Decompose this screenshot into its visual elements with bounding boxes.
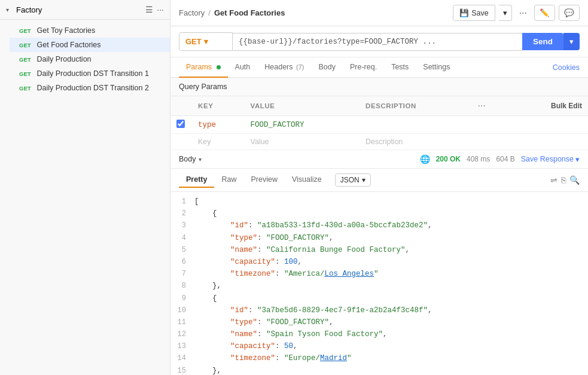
row-bulk-cell bbox=[513, 116, 588, 134]
tab-settings-label: Settings bbox=[423, 63, 450, 71]
edit-icon-button[interactable]: ✏️ bbox=[534, 5, 555, 21]
sidebar-item-daily-production[interactable]: GET Daily Production bbox=[10, 52, 170, 66]
code-line: 6 "capacity": 100, bbox=[170, 256, 588, 268]
params-area: KEY VALUE DESCRIPTION ··· Bulk Edit bbox=[170, 96, 588, 150]
save-button[interactable]: 💾 Save bbox=[453, 5, 495, 21]
comment-icon-button[interactable]: 💬 bbox=[559, 5, 580, 21]
status-code: 200 OK bbox=[436, 155, 461, 163]
tab-tests-label: Tests bbox=[391, 63, 409, 71]
code-line: 12 "name": "Spain Tyson Food Factory", bbox=[170, 328, 588, 340]
row-more-cell bbox=[470, 116, 513, 134]
topbar-more-button[interactable]: ··· bbox=[516, 7, 531, 20]
col-desc: DESCRIPTION bbox=[359, 96, 470, 116]
breadcrumb-separator: / bbox=[208, 8, 211, 17]
sidebar-item-daily-production-dst-2[interactable]: GET Daily Production DST Transition 2 bbox=[10, 81, 170, 95]
save-response-chevron: ▾ bbox=[575, 155, 580, 164]
code-tab-pretty[interactable]: Pretty bbox=[179, 172, 214, 188]
save-dropdown-button[interactable]: ▾ bbox=[499, 5, 512, 21]
headers-count: (7) bbox=[296, 63, 304, 71]
code-tab-visualize[interactable]: Visualize bbox=[285, 172, 329, 188]
code-line: 3 "id": "a18ba533-13fd-430d-a00a-5bccfab… bbox=[170, 219, 588, 231]
empty-key-cell[interactable]: Key bbox=[192, 134, 245, 150]
col-value: VALUE bbox=[245, 96, 360, 116]
filter-icon[interactable]: ☰ bbox=[145, 5, 153, 14]
breadcrumb: Factory / Get Food Factories bbox=[179, 8, 285, 17]
sidebar-header: ▾ Factory ☰ ··· bbox=[0, 0, 170, 20]
tab-headers[interactable]: Headers (7) bbox=[257, 57, 311, 78]
code-line: 11 "type": "FOOD_FACTORY", bbox=[170, 316, 588, 328]
more-icon[interactable]: ··· bbox=[157, 5, 164, 14]
code-line: 10 "id": "3a7be5d6-8829-4ec7-9f1e-a2b2a4… bbox=[170, 304, 588, 316]
tab-body-label: Body bbox=[318, 63, 336, 71]
method-select[interactable]: GET ▾ bbox=[179, 32, 233, 51]
collapse-icon[interactable]: ▾ bbox=[6, 7, 9, 13]
topbar: Factory / Get Food Factories 💾 Save ▾ ··… bbox=[170, 0, 588, 26]
tabs-row: Params Auth Headers (7) Body Pre-req. Te… bbox=[170, 57, 588, 78]
sidebar-item-get-toy-factories[interactable]: GET Get Toy Factories bbox=[10, 23, 170, 38]
save-label: Save bbox=[471, 9, 489, 17]
body-label: Body ▾ bbox=[179, 155, 202, 163]
code-line: 5 "name": "California Bunge Food Factory… bbox=[170, 244, 588, 256]
row-key-cell[interactable]: type bbox=[192, 116, 245, 134]
search-icon[interactable]: 🔍 bbox=[569, 175, 580, 185]
method-badge-get: GET bbox=[17, 70, 33, 78]
save-response-button[interactable]: Save Response ▾ bbox=[521, 155, 580, 164]
body-status: 🌐 200 OK 408 ms 604 B Save Response ▾ bbox=[420, 154, 580, 164]
code-tab-preview[interactable]: Preview bbox=[243, 172, 284, 188]
tab-tests[interactable]: Tests bbox=[384, 57, 416, 78]
row-value-cell[interactable]: FOOD_FACTORY bbox=[245, 116, 360, 134]
code-line: 7 "timezone": "America/Los_Angeles" bbox=[170, 268, 588, 280]
bulk-edit-button[interactable]: Bulk Edit bbox=[551, 102, 582, 110]
filter-icon[interactable]: ⇌ bbox=[550, 175, 557, 185]
code-tab-raw[interactable]: Raw bbox=[214, 172, 243, 188]
send-button[interactable]: Send bbox=[522, 33, 563, 50]
col-key: KEY bbox=[192, 96, 245, 116]
sidebar-item-get-food-factories[interactable]: GET Get Food Factories bbox=[10, 38, 170, 52]
tab-prereq-label: Pre-req. bbox=[350, 63, 377, 71]
method-badge-get: GET bbox=[17, 84, 33, 92]
tab-auth[interactable]: Auth bbox=[228, 57, 258, 78]
method-chevron: ▾ bbox=[204, 37, 208, 46]
code-line: 4 "type": "FOOD_FACTORY", bbox=[170, 232, 588, 244]
tab-headers-label: Headers bbox=[264, 63, 293, 71]
method-badge-get: GET bbox=[17, 27, 33, 35]
params-more-button[interactable]: ··· bbox=[476, 100, 488, 111]
sidebar-item-label: Daily Production DST Transition 1 bbox=[37, 69, 149, 78]
empty-bulk-cell bbox=[513, 134, 588, 150]
cookies-link[interactable]: Cookies bbox=[553, 63, 580, 72]
empty-check-cell bbox=[170, 134, 192, 150]
json-format-label: JSON bbox=[340, 176, 359, 184]
tab-auth-label: Auth bbox=[235, 63, 251, 71]
url-input[interactable] bbox=[233, 33, 522, 51]
tab-body[interactable]: Body bbox=[311, 57, 343, 78]
empty-value-cell[interactable]: Value bbox=[245, 134, 360, 150]
tab-settings[interactable]: Settings bbox=[416, 57, 457, 78]
code-line: 9 { bbox=[170, 292, 588, 304]
send-dropdown-button[interactable]: ▾ bbox=[563, 33, 580, 50]
code-tabs-row: Pretty Raw Preview Visualize JSON ▾ ⇌ ⎘ … bbox=[170, 169, 588, 192]
breadcrumb-current: Get Food Factories bbox=[214, 8, 285, 17]
sidebar-header-left: ▾ Factory bbox=[6, 5, 42, 14]
code-container: 1 [ 2 { 3 "id": "a18ba533-13fd-430d-a00a… bbox=[170, 192, 588, 375]
empty-desc-cell[interactable]: Description bbox=[359, 134, 470, 150]
empty-more-cell bbox=[470, 134, 513, 150]
code-actions: ⇌ ⎘ 🔍 bbox=[550, 175, 580, 185]
sidebar-title: Factory bbox=[16, 5, 42, 14]
body-chevron-icon[interactable]: ▾ bbox=[199, 156, 202, 163]
tab-params[interactable]: Params bbox=[179, 57, 228, 78]
code-line: 8 }, bbox=[170, 280, 588, 292]
table-row-empty: Key Value Description bbox=[170, 134, 588, 150]
copy-icon[interactable]: ⎘ bbox=[561, 175, 566, 185]
json-format-chevron: ▾ bbox=[362, 176, 365, 184]
row-desc-cell[interactable] bbox=[359, 116, 470, 134]
sidebar: ▾ Factory ☰ ··· GET Get Toy Factories GE… bbox=[0, 0, 170, 375]
json-format-select[interactable]: JSON ▾ bbox=[335, 173, 371, 187]
col-check bbox=[170, 96, 192, 116]
main-panel: Factory / Get Food Factories 💾 Save ▾ ··… bbox=[170, 0, 588, 375]
method-badge-get: GET bbox=[17, 41, 33, 49]
code-line: 14 "timezone": "Europe/Madrid" bbox=[170, 352, 588, 364]
tab-prereq[interactable]: Pre-req. bbox=[343, 57, 384, 78]
sidebar-item-daily-production-dst-1[interactable]: GET Daily Production DST Transition 1 bbox=[10, 66, 170, 81]
sidebar-item-label: Daily Production bbox=[37, 55, 92, 63]
row-checkbox[interactable] bbox=[176, 120, 185, 128]
